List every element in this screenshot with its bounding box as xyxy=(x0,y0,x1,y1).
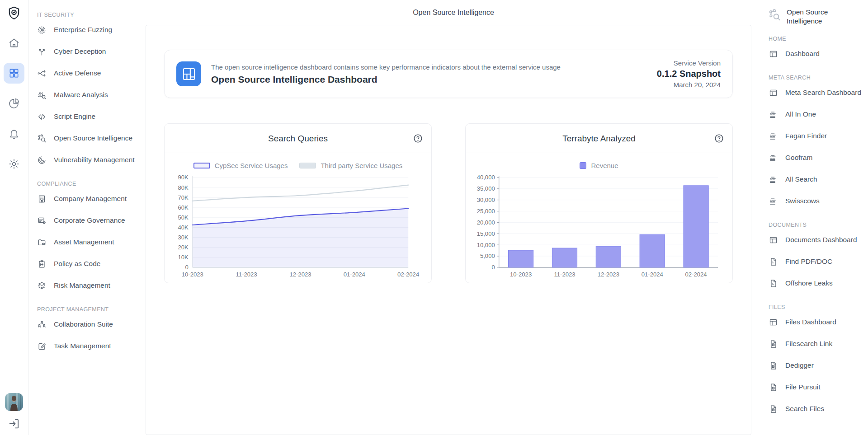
rsidebar-item-dedigger[interactable]: Dedigger xyxy=(768,355,864,376)
file-box-icon xyxy=(769,404,778,414)
chart-title: Search Queries xyxy=(268,134,328,143)
svg-text:01-2024: 01-2024 xyxy=(642,271,663,278)
svg-text:35,000: 35,000 xyxy=(477,185,495,192)
sidebar-item-policy-as-code[interactable]: Policy as Code xyxy=(36,253,142,275)
rsidebar-item-goofram[interactable]: Goofram xyxy=(768,147,864,168)
file-box-icon xyxy=(769,383,778,392)
rsidebar-section-header: META SEARCH xyxy=(769,75,864,81)
help-icon[interactable] xyxy=(714,133,724,144)
rsidebar-item-fagan-finder[interactable]: Fagan Finder xyxy=(768,125,864,147)
dashboard-layout-icon-badge xyxy=(176,61,201,86)
task-edit-icon xyxy=(37,341,47,351)
rsidebar-item-all-search[interactable]: All Search xyxy=(768,168,864,190)
legend-label: Third party Service Usages xyxy=(321,162,402,169)
window-icon xyxy=(769,235,778,245)
script-icon xyxy=(37,112,47,122)
sidebar-item-corporate-governance[interactable]: Corporate Governance xyxy=(36,210,142,231)
svg-text:40,000: 40,000 xyxy=(477,174,495,181)
help-icon[interactable] xyxy=(413,133,423,144)
rsidebar-section-documents: DOCUMENTSDocuments DashboardFind PDF/DOC… xyxy=(768,222,864,294)
rsidebar-item-files-dashboard[interactable]: Files Dashboard xyxy=(768,311,864,333)
layers-eye-icon xyxy=(37,281,47,290)
svg-text:0: 0 xyxy=(185,264,189,271)
sidebar-section-header: PROJECT MANAGEMENT xyxy=(37,306,142,313)
rail-item-notifications[interactable] xyxy=(4,123,24,144)
user-avatar[interactable] xyxy=(5,393,23,411)
rsidebar-item-meta-search-dashboard[interactable]: Meta Search Dashboard xyxy=(768,82,864,103)
left-sidebar: IT SECURITYEnterprise FuzzingCyber Decep… xyxy=(28,0,146,435)
sidebar-item-label: Corporate Governance xyxy=(54,216,125,225)
svg-text:40K: 40K xyxy=(178,224,189,231)
defense-icon xyxy=(37,69,47,78)
rsidebar-item-all-in-one[interactable]: All In One xyxy=(768,103,864,125)
rsidebar-item-swisscows[interactable]: Swisscows xyxy=(768,190,864,212)
malware-icon xyxy=(37,90,47,100)
svg-text:12-2023: 12-2023 xyxy=(289,271,311,278)
list-icon xyxy=(769,175,778,184)
legend-swatch xyxy=(580,162,586,169)
svg-text:25,000: 25,000 xyxy=(477,208,495,215)
rsidebar-item-file-pursuit[interactable]: File Pursuit xyxy=(768,376,864,398)
search-queries-body: CypSec Service UsagesThird party Service… xyxy=(165,153,431,283)
sidebar-item-label: Enterprise Fuzzing xyxy=(54,26,112,34)
svg-text:15,000: 15,000 xyxy=(477,230,495,237)
svg-text:02-2024: 02-2024 xyxy=(397,271,419,278)
service-version-value: 0.1.2 Snapshot xyxy=(657,69,721,79)
sidebar-item-company-management[interactable]: Company Management xyxy=(36,188,142,210)
rail-item-settings[interactable] xyxy=(4,154,24,174)
doc-icon xyxy=(769,279,778,288)
right-sidebar-header: Open Source Intelligence xyxy=(768,6,864,26)
svg-text:0: 0 xyxy=(491,264,495,271)
pie-chart-icon xyxy=(8,98,20,109)
sidebar-item-label: Vulnerability Management xyxy=(54,156,135,164)
terrabyte-analyzed-card: Terrabyte AnalyzedRevenue05,00010,00015,… xyxy=(465,123,733,283)
rsidebar-item-label: All In One xyxy=(785,110,816,118)
rail-item-dashboard[interactable] xyxy=(4,63,24,84)
legend-item-third-party-service-usages[interactable]: Third party Service Usages xyxy=(299,162,402,169)
rsidebar-item-offshore-leaks[interactable]: Offshore Leaks xyxy=(768,272,864,294)
svg-text:20K: 20K xyxy=(178,244,189,251)
sidebar-item-asset-management[interactable]: Asset Management xyxy=(36,231,142,253)
sidebar-section-compliance: COMPLIANCECompany ManagementCorporate Go… xyxy=(36,181,142,296)
rsidebar-item-documents-dashboard[interactable]: Documents Dashboard xyxy=(768,229,864,251)
legend-item-cypsec-service-usages[interactable]: CypSec Service Usages xyxy=(193,162,288,169)
rsidebar-section-home: HOMEDashboard xyxy=(768,36,864,65)
logout-icon[interactable] xyxy=(7,417,21,430)
svg-text:10K: 10K xyxy=(178,254,189,261)
rail-item-analytics[interactable] xyxy=(4,93,24,114)
legend-item-revenue[interactable]: Revenue xyxy=(580,162,618,169)
rsidebar-item-search-files[interactable]: Search Files xyxy=(768,398,864,420)
terrabyte-analyzed-header: Terrabyte Analyzed xyxy=(466,124,732,153)
charts-row: Search QueriesCypSec Service UsagesThird… xyxy=(164,123,733,283)
svg-text:80K: 80K xyxy=(178,184,189,191)
rsidebar-item-filesearch-link[interactable]: Filesearch Link xyxy=(768,333,864,355)
terrabyte-analyzed-chart: 05,00010,00015,00020,00025,00030,00035,0… xyxy=(474,173,724,280)
rsidebar-item-label: Meta Search Dashboard xyxy=(785,89,861,97)
sidebar-item-enterprise-fuzzing[interactable]: Enterprise Fuzzing xyxy=(36,19,142,41)
rsidebar-section-header: HOME xyxy=(769,36,864,42)
rsidebar-section-header: DOCUMENTS xyxy=(769,222,864,228)
sidebar-item-active-defense[interactable]: Active Defense xyxy=(36,62,142,84)
page-title: Open Source Intelligence xyxy=(413,9,494,17)
sidebar-item-script-engine[interactable]: Script Engine xyxy=(36,106,142,127)
rsidebar-item-label: Find PDF/DOC xyxy=(785,257,832,266)
sidebar-item-collaboration-suite[interactable]: Collaboration Suite xyxy=(36,313,142,335)
rsidebar-item-label: Files Dashboard xyxy=(785,318,836,326)
sidebar-item-task-management[interactable]: Task Management xyxy=(36,335,142,357)
rsidebar-section-files: FILESFiles DashboardFilesearch LinkDedig… xyxy=(768,304,864,420)
sidebar-item-cyber-deception[interactable]: Cyber Deception xyxy=(36,41,142,62)
svg-text:90K: 90K xyxy=(178,174,189,181)
rsidebar-item-find-pdf-doc[interactable]: Find PDF/DOC xyxy=(768,251,864,272)
rsidebar-section-header: FILES xyxy=(769,304,864,310)
sidebar-item-label: Task Management xyxy=(54,342,111,350)
window-icon xyxy=(769,49,778,59)
sidebar-item-vulnerability-management[interactable]: Vulnerability Management xyxy=(36,149,142,171)
sidebar-item-open-source-intelligence[interactable]: Open Source Intelligence xyxy=(36,127,142,149)
svg-text:30,000: 30,000 xyxy=(477,196,495,203)
search-queries-card: Search QueriesCypSec Service UsagesThird… xyxy=(164,123,432,283)
sidebar-item-malware-analysis[interactable]: Malware Analysis xyxy=(36,84,142,106)
rsidebar-item-dashboard[interactable]: Dashboard xyxy=(768,43,864,65)
sidebar-item-risk-management[interactable]: Risk Management xyxy=(36,275,142,296)
people-icon xyxy=(37,320,47,329)
rail-item-home[interactable] xyxy=(4,33,24,53)
